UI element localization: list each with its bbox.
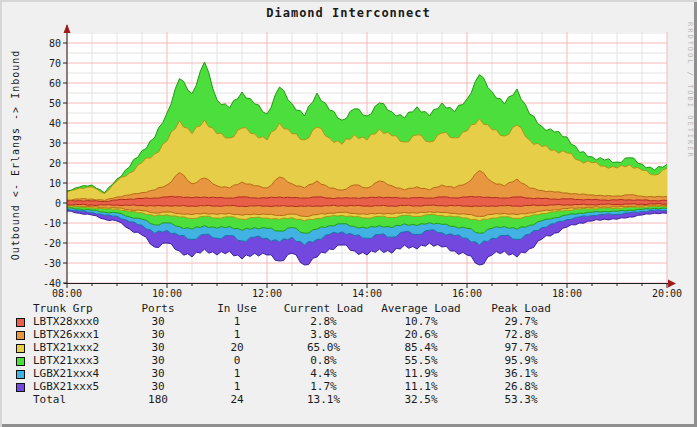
legend-value: 65.0% xyxy=(271,341,376,354)
legend-swatch-cell xyxy=(16,328,33,341)
svg-text:20:00: 20:00 xyxy=(652,288,682,299)
trunk-group-name: LBTX21xxx2 xyxy=(33,341,113,354)
svg-text:14:00: 14:00 xyxy=(352,288,382,299)
trunk-group-name: LGBX21xxx5 xyxy=(33,380,113,393)
trunk-group-name: Total xyxy=(33,393,113,406)
legend-header-row: Trunk GrpPortsIn UseCurrent LoadAverage … xyxy=(16,302,576,315)
legend-value: 1 xyxy=(203,315,271,328)
legend-value: 20.6% xyxy=(376,328,466,341)
legend-value: 11.9% xyxy=(376,367,466,380)
legend-swatch-cell xyxy=(16,354,33,367)
svg-text:18:00: 18:00 xyxy=(552,288,582,299)
legend-row: LBTX21xxx2302065.0%85.4%97.7% xyxy=(16,341,576,354)
series-color-swatch xyxy=(16,331,25,340)
legend-value: 4.4% xyxy=(271,367,376,380)
legend-value: 10.7% xyxy=(376,315,466,328)
svg-text:08:00: 08:00 xyxy=(52,288,82,299)
series-color-swatch xyxy=(16,370,25,379)
legend-value: 53.3% xyxy=(466,393,576,406)
svg-text:0: 0 xyxy=(55,198,61,209)
legend-table: Trunk GrpPortsIn UseCurrent LoadAverage … xyxy=(16,302,576,406)
legend-value: 24 xyxy=(203,393,271,406)
svg-text:16:00: 16:00 xyxy=(452,288,482,299)
legend-header-3: In Use xyxy=(203,302,271,315)
legend-value: 0.8% xyxy=(271,354,376,367)
series-color-swatch xyxy=(16,318,25,327)
legend-header-swatch xyxy=(16,302,33,315)
legend-swatch-cell xyxy=(16,393,33,406)
legend-value: 2.8% xyxy=(271,315,376,328)
legend-row: LGBX21xxx53011.7%11.1%26.8% xyxy=(16,380,576,393)
legend-value: 1.7% xyxy=(271,380,376,393)
legend-value: 11.1% xyxy=(376,380,466,393)
svg-text:12:00: 12:00 xyxy=(252,288,282,299)
svg-text:70: 70 xyxy=(49,58,61,69)
svg-text:-20: -20 xyxy=(43,238,61,249)
legend-value: 0 xyxy=(203,354,271,367)
legend-header-2: Ports xyxy=(113,302,203,315)
svg-text:40: 40 xyxy=(49,118,61,129)
legend-header-1: Trunk Grp xyxy=(33,302,113,315)
legend-row: Total1802413.1%32.5%53.3% xyxy=(16,393,576,406)
legend-value: 20 xyxy=(203,341,271,354)
legend-value: 85.4% xyxy=(376,341,466,354)
legend-row: LGBX21xxx43014.4%11.9%36.1% xyxy=(16,367,576,380)
legend-value: 30 xyxy=(113,367,203,380)
legend-swatch-cell xyxy=(16,367,33,380)
legend-swatch-cell xyxy=(16,341,33,354)
legend-value: 97.7% xyxy=(466,341,576,354)
chart-canvas: 80706050403020100-10-20-30-4008:0010:001… xyxy=(0,0,697,305)
legend-value: 72.8% xyxy=(466,328,576,341)
trunk-group-name: LBTX26xxx1 xyxy=(33,328,113,341)
svg-text:-10: -10 xyxy=(43,218,61,229)
legend-value: 30 xyxy=(113,380,203,393)
svg-text:50: 50 xyxy=(49,98,61,109)
series-color-swatch xyxy=(16,344,25,353)
legend-value: 30 xyxy=(113,341,203,354)
legend-value: 1 xyxy=(203,367,271,380)
series-color-swatch xyxy=(16,383,25,392)
legend-value: 1 xyxy=(203,328,271,341)
trunk-group-name: LBTX28xxx0 xyxy=(33,315,113,328)
svg-text:20: 20 xyxy=(49,158,61,169)
legend-value: 30 xyxy=(113,354,203,367)
legend-row: LBTX21xxx33000.8%55.5%95.9% xyxy=(16,354,576,367)
legend-value: 1 xyxy=(203,380,271,393)
legend-value: 180 xyxy=(113,393,203,406)
legend-swatch-cell xyxy=(16,380,33,393)
legend-value: 32.5% xyxy=(376,393,466,406)
legend-row: LBTX26xxx13013.8%20.6%72.8% xyxy=(16,328,576,341)
legend-header-6: Peak Load xyxy=(466,302,576,315)
svg-text:-30: -30 xyxy=(43,258,61,269)
series-color-swatch xyxy=(16,357,25,366)
legend-value: 29.7% xyxy=(466,315,576,328)
rrdtool-watermark: RRDTOOL / TOBI OETIKER xyxy=(686,22,694,159)
svg-text:10: 10 xyxy=(49,178,61,189)
svg-text:80: 80 xyxy=(49,38,61,49)
legend-header-5: Average Load xyxy=(376,302,466,315)
legend-value: 95.9% xyxy=(466,354,576,367)
legend-value: 13.1% xyxy=(271,393,376,406)
legend-table-grid: Trunk GrpPortsIn UseCurrent LoadAverage … xyxy=(16,302,576,406)
svg-text:60: 60 xyxy=(49,78,61,89)
trunk-group-name: LGBX21xxx4 xyxy=(33,367,113,380)
svg-text:30: 30 xyxy=(49,138,61,149)
legend-value: 36.1% xyxy=(466,367,576,380)
svg-text:10:00: 10:00 xyxy=(152,288,182,299)
legend-header-4: Current Load xyxy=(271,302,376,315)
rrdtool-graph: Diamond Interconnect Outbound <- Erlangs… xyxy=(0,0,697,427)
legend-value: 55.5% xyxy=(376,354,466,367)
legend-value: 30 xyxy=(113,315,203,328)
legend-value: 30 xyxy=(113,328,203,341)
legend-value: 3.8% xyxy=(271,328,376,341)
svg-text:-40: -40 xyxy=(43,278,61,289)
legend-value: 26.8% xyxy=(466,380,576,393)
legend-row: LBTX28xxx03012.8%10.7%29.7% xyxy=(16,315,576,328)
legend-swatch-cell xyxy=(16,315,33,328)
trunk-group-name: LBTX21xxx3 xyxy=(33,354,113,367)
